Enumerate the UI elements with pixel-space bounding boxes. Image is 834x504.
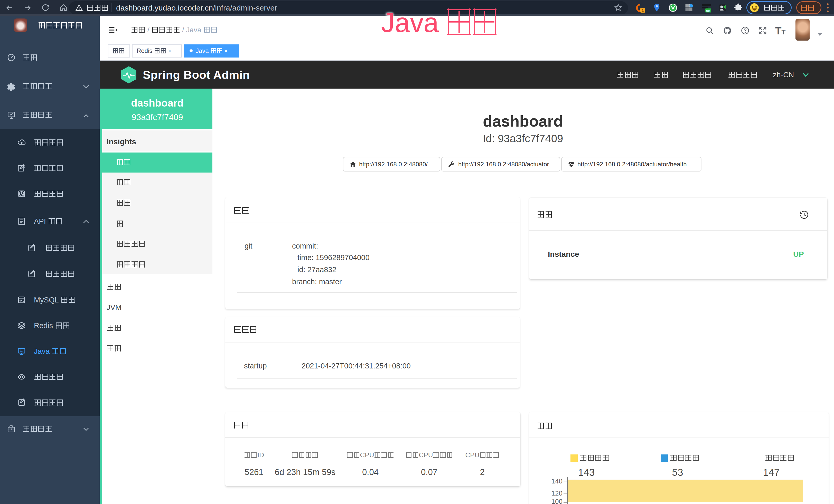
svg-text:on: on [706, 9, 710, 13]
svg-text:1: 1 [642, 8, 644, 13]
